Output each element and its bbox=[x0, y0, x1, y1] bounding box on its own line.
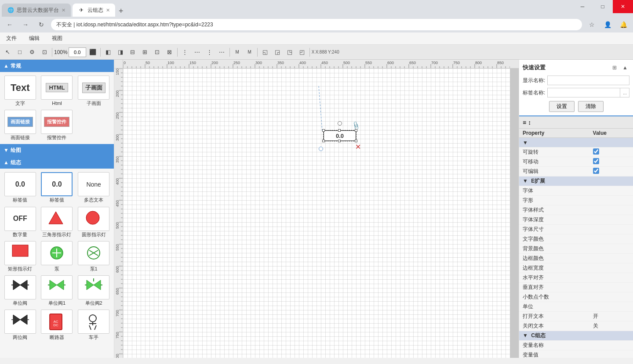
prop-fontstyle-value[interactable] bbox=[589, 196, 633, 205]
toolbar-view1[interactable]: ⬛ bbox=[87, 47, 98, 58]
prop-bgcolor-value[interactable] bbox=[589, 244, 633, 254]
prop-fontstyle2-value[interactable] bbox=[589, 205, 633, 215]
component-labelvalue1[interactable]: 0.0 标签值 bbox=[4, 172, 37, 203]
toolbar-align1[interactable]: ⋮ bbox=[179, 47, 191, 58]
prop-borderwidth-value[interactable] bbox=[589, 263, 633, 273]
component-text[interactable]: Text 文字 bbox=[4, 76, 37, 106]
prop-closetext-value[interactable]: 关 bbox=[589, 321, 633, 331]
section-config-header[interactable]: ▲ 组态 bbox=[0, 156, 114, 169]
toolbar-btn6[interactable]: ⊞ bbox=[139, 47, 151, 58]
clear-button[interactable]: 清除 bbox=[578, 101, 604, 112]
toolbar-align3[interactable]: ⋮ bbox=[204, 47, 215, 58]
component-valve2[interactable]: 单位阀2 bbox=[77, 275, 110, 306]
nav-back[interactable]: ← bbox=[4, 18, 16, 31]
prop-textcolor-value[interactable] bbox=[589, 234, 633, 244]
prop-font-value[interactable] bbox=[589, 186, 633, 196]
tab1-close[interactable]: ✕ bbox=[62, 7, 65, 13]
bookmark-icon[interactable]: ☆ bbox=[586, 18, 598, 31]
nav-refresh[interactable]: ↻ bbox=[35, 18, 47, 31]
handle-bl[interactable] bbox=[322, 140, 325, 142]
handle-tr[interactable] bbox=[355, 129, 357, 132]
component-digital[interactable]: OFF 数字量 bbox=[4, 207, 37, 238]
component-html[interactable]: HTML Html bbox=[40, 76, 74, 106]
tab2-close[interactable]: ✕ bbox=[106, 7, 110, 13]
toolbar-align2[interactable]: ⋯ bbox=[192, 47, 203, 58]
toolbar-btn10[interactable]: ◲ bbox=[272, 47, 283, 58]
handle-bc[interactable] bbox=[338, 140, 341, 142]
prop-fontsize-value[interactable] bbox=[589, 225, 633, 234]
toolbar-size2[interactable]: M bbox=[244, 47, 255, 58]
component-rect-light[interactable]: 矩形指示灯 bbox=[4, 241, 37, 272]
section-common-header[interactable]: ▲ 常规 bbox=[0, 60, 114, 72]
component-multistate[interactable]: None 多态文本 bbox=[77, 172, 110, 203]
movable-checkbox[interactable] bbox=[593, 158, 599, 164]
browser-tab-2[interactable]: ✈ 云组态 ✕ bbox=[73, 4, 115, 17]
component-alarm[interactable]: 报警控件 报警控件 bbox=[40, 110, 74, 141]
prop-fontdepth-value[interactable] bbox=[589, 215, 633, 225]
profile-icon[interactable]: 👤 bbox=[601, 18, 614, 31]
window-close[interactable]: ✕ bbox=[613, 0, 633, 13]
cconfig-collapse[interactable]: ▼ bbox=[523, 332, 528, 339]
prop-halign-value[interactable] bbox=[589, 273, 633, 283]
toolbar-select[interactable]: □ bbox=[14, 47, 25, 58]
editable-checkbox[interactable] bbox=[593, 168, 599, 174]
component-carhand[interactable]: 车手 bbox=[77, 310, 110, 340]
notifications-icon[interactable]: 🔔 bbox=[617, 18, 629, 31]
window-minimize[interactable]: ─ bbox=[572, 0, 593, 13]
menu-edit[interactable]: 编辑 bbox=[26, 34, 42, 43]
component-valve-two[interactable]: 两位阀 bbox=[4, 310, 37, 340]
toolbar-size1[interactable]: M bbox=[232, 47, 243, 58]
prop-valign-value[interactable] bbox=[589, 283, 633, 292]
selected-component[interactable]: 📎 bbox=[323, 130, 357, 141]
qs-collapse-icon[interactable]: ▲ bbox=[621, 63, 629, 72]
handle-br[interactable] bbox=[355, 140, 357, 142]
set-button[interactable]: 设置 bbox=[549, 101, 575, 112]
zoom-input[interactable] bbox=[69, 47, 86, 57]
toolbar-pointer[interactable]: ↖ bbox=[2, 47, 13, 58]
nav-forward[interactable]: → bbox=[19, 18, 32, 31]
prop-decimals-value[interactable] bbox=[589, 292, 633, 302]
component-pagelink[interactable]: 画面链接 画面链接 bbox=[4, 110, 37, 141]
toolbar-btn12[interactable]: ◰ bbox=[296, 47, 308, 58]
menu-view[interactable]: 视图 bbox=[49, 34, 65, 43]
toolbar-btn3[interactable]: ◧ bbox=[102, 47, 114, 58]
delete-button[interactable]: ✕ bbox=[355, 143, 361, 151]
component-subscreen[interactable]: 子画面 子画面 bbox=[77, 76, 110, 106]
connection-handle-bl[interactable] bbox=[319, 147, 323, 151]
component-circle-light[interactable]: 圆形指示灯 bbox=[77, 207, 110, 238]
toolbar-btn7[interactable]: ⊡ bbox=[152, 47, 163, 58]
canvas-wrapper[interactable]: 📎 bbox=[123, 68, 519, 358]
component-pump[interactable]: 泵 bbox=[40, 241, 74, 272]
toolbar-btn4[interactable]: ◨ bbox=[115, 47, 126, 58]
component-breaker[interactable]: AC DC 断路器 bbox=[40, 310, 74, 340]
basic-collapse[interactable]: ▼ bbox=[523, 140, 528, 146]
component-valve1[interactable]: 单位阀1 bbox=[40, 275, 74, 306]
toolbar-resize[interactable]: ⊡ bbox=[39, 47, 50, 58]
prop-bordercolor-value[interactable] bbox=[589, 254, 633, 263]
component-triangle-light[interactable]: 三角形指示灯 bbox=[40, 207, 74, 238]
prop-opentext-value[interactable]: 开 bbox=[589, 312, 633, 321]
eextend-collapse[interactable]: ▼ bbox=[523, 178, 528, 184]
prop-movable-value[interactable] bbox=[589, 157, 633, 167]
prop-varname-value[interactable] bbox=[589, 341, 633, 350]
tag-browse-btn[interactable]: ... bbox=[620, 88, 629, 97]
toolbar-settings[interactable]: ⚙ bbox=[26, 47, 38, 58]
handle-tl[interactable] bbox=[322, 129, 325, 132]
handle-tc[interactable] bbox=[338, 129, 341, 132]
section-drawing-header[interactable]: ▼ 绘图 bbox=[0, 144, 114, 156]
toolbar-align4[interactable]: ⋯ bbox=[216, 47, 228, 58]
toolbar-btn11[interactable]: ◳ bbox=[284, 47, 295, 58]
component-pump1[interactable]: 泵1 bbox=[77, 241, 110, 272]
new-tab-button[interactable]: + bbox=[115, 5, 127, 17]
prop-unit-value[interactable] bbox=[589, 302, 633, 312]
component-labelvalue2[interactable]: 0.0 标签值 bbox=[40, 172, 74, 203]
toolbar-btn5[interactable]: ⊟ bbox=[127, 47, 138, 58]
rotation-handle[interactable] bbox=[338, 121, 342, 126]
toolbar-btn8[interactable]: ⊠ bbox=[164, 47, 175, 58]
tag-name-input[interactable] bbox=[547, 88, 629, 97]
qs-grid-icon[interactable]: ⊞ bbox=[610, 63, 619, 72]
prop-editable-value[interactable] bbox=[589, 167, 633, 177]
canvas[interactable]: 📎 bbox=[123, 68, 510, 358]
browser-tab-1[interactable]: 🌐 思普云大数据平台 ✕ bbox=[2, 4, 71, 17]
address-bar-input[interactable] bbox=[51, 19, 582, 30]
